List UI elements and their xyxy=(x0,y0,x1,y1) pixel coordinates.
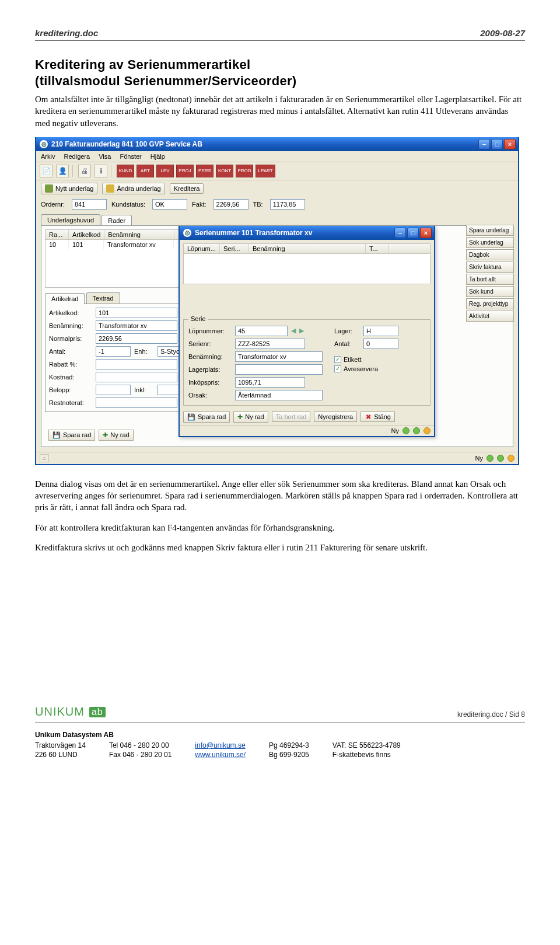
spara-rad-button[interactable]: 💾Spara rad xyxy=(48,430,95,441)
pg-h-seri[interactable]: Seri... xyxy=(220,244,249,253)
popup-minimize-button[interactable]: – xyxy=(394,228,406,238)
p-antal-field[interactable]: 0 xyxy=(363,339,398,349)
kostnad-label: Kostnad: xyxy=(49,374,90,381)
tab-underlagshuvud[interactable]: Underlagshuvud xyxy=(41,214,100,225)
header-rule xyxy=(35,40,525,41)
addr-line2: 226 60 LUND xyxy=(35,751,86,759)
spara-underlag-button[interactable]: Spara underlag xyxy=(466,225,514,236)
antal-field[interactable]: -1 xyxy=(96,346,131,357)
grid-c-ra: 10 xyxy=(46,240,69,249)
status-anchor-icon[interactable]: ⌂ xyxy=(40,454,49,462)
sok-kund-button[interactable]: Sök kund xyxy=(466,286,514,297)
pg-h-t[interactable]: T... xyxy=(366,244,389,253)
grid-row-1[interactable]: 10 101 Transformator xv xyxy=(46,240,196,249)
restnot-field[interactable] xyxy=(96,397,177,408)
sok-underlag-button[interactable]: Sök underlag xyxy=(466,237,514,248)
order-row: Ordernr: 841 Kundstatus: OK Fakt: 2269,5… xyxy=(36,197,518,212)
menu-arkiv[interactable]: Arkiv xyxy=(41,153,55,160)
grid-c-benamning: Transformator xv xyxy=(104,240,174,249)
serienr-field[interactable]: ZZZ-82525 xyxy=(235,339,305,349)
minimize-button[interactable]: – xyxy=(478,139,490,149)
rabatt-field[interactable] xyxy=(96,359,177,369)
avreservera-checkbox[interactable]: ✓Avreservera xyxy=(334,365,378,372)
p-spara-rad-button[interactable]: 💾Spara rad xyxy=(183,412,230,423)
tb-field[interactable]: 1173,85 xyxy=(270,199,305,210)
lopnummer-field[interactable]: 45 xyxy=(235,326,288,336)
main-titlebar[interactable]: ◎ 210 Fakturaunderlag 841 100 GVP Servic… xyxy=(36,137,518,151)
web-link[interactable]: www.unikum.se/ xyxy=(195,751,246,759)
email-link[interactable]: info@unikum.se xyxy=(195,741,246,749)
menu-fonster[interactable]: Fönster xyxy=(120,153,141,160)
close-button[interactable]: × xyxy=(504,139,516,149)
menu-redigera[interactable]: Redigera xyxy=(64,153,90,160)
p-ny-rad-button[interactable]: ✚Ny rad xyxy=(233,412,268,423)
lines-grid[interactable]: Ra... Artikelkod Benämning 10 101 Transf… xyxy=(45,229,197,288)
artikelkod-field[interactable]: 101 xyxy=(96,308,177,318)
ny-rad-button[interactable]: ✚Ny rad xyxy=(99,430,133,441)
benamning-field[interactable]: Transformator xv xyxy=(96,320,177,331)
doc-para-1: Om antalsfältet inte är tillgängligt (ne… xyxy=(35,93,525,129)
nytt-underlag-button[interactable]: Nytt underlag xyxy=(41,183,97,194)
pg-h-lopnum[interactable]: Löpnum... xyxy=(184,244,220,253)
badge-kund[interactable]: KUND xyxy=(117,165,134,177)
lager-field[interactable]: H xyxy=(363,326,398,336)
popup-close-button[interactable]: × xyxy=(420,228,432,238)
toolbar-icon-4[interactable]: ℹ xyxy=(94,165,107,177)
orsak-field[interactable]: Återlämnad xyxy=(235,390,323,400)
tab-textrad[interactable]: Textrad xyxy=(86,292,120,304)
maximize-button[interactable]: □ xyxy=(491,139,503,149)
andra-underlag-button[interactable]: Ändra underlag xyxy=(102,183,164,194)
tab-artikelrad[interactable]: Artikelrad xyxy=(45,293,85,304)
prev-icon[interactable]: ◀ xyxy=(291,327,296,334)
toolbar-icon-3[interactable]: 🖨 xyxy=(78,165,91,177)
lagerplats-field[interactable] xyxy=(235,364,323,375)
grid-h-artikelkod[interactable]: Artikelkod xyxy=(69,230,104,239)
fakt-field[interactable]: 2269,56 xyxy=(214,199,249,210)
badge-kont[interactable]: KONT xyxy=(216,165,233,177)
toolbar-icon-2[interactable]: 👤 xyxy=(56,165,69,177)
action-row: Nytt underlag Ändra underlag Kreditera xyxy=(36,180,518,197)
normalpris-field[interactable]: 2269,56 xyxy=(96,333,177,344)
p-benamning-field[interactable]: Transformator xv xyxy=(235,351,323,362)
doc-para-3: För att kontrollera kreditfakturan kan F… xyxy=(35,522,525,533)
p-stang-button[interactable]: ✖Stäng xyxy=(360,412,395,422)
pg-h-benamning[interactable]: Benämning xyxy=(249,244,366,253)
reg-projekttyp-button[interactable]: Reg. projekttyp xyxy=(466,298,514,309)
popup-titlebar[interactable]: ◎ Serienummer 101 Transformator xv – □ × xyxy=(180,226,434,240)
rabatt-label: Rabatt %: xyxy=(49,361,90,368)
tabort-allt-button[interactable]: Ta bort allt xyxy=(466,274,514,285)
badge-proj[interactable]: PROJ xyxy=(176,165,194,177)
grid-h-ra[interactable]: Ra... xyxy=(46,230,69,239)
inkopspris-field[interactable]: 1095,71 xyxy=(235,377,305,388)
popup-maximize-button[interactable]: □ xyxy=(407,228,419,238)
kundstatus-field[interactable]: OK xyxy=(152,199,187,210)
grid-h-benamning[interactable]: Benämning xyxy=(104,230,174,239)
m-status-dot-3 xyxy=(508,455,514,462)
side-actions: Spara underlag Sök underlag Dagbok Skriv… xyxy=(466,225,514,322)
badge-pers[interactable]: PERS xyxy=(196,165,214,177)
badge-lev[interactable]: LEV xyxy=(156,165,174,177)
menu-hjalp[interactable]: Hjälp xyxy=(150,153,165,160)
skriv-faktura-button[interactable]: Skriv faktura xyxy=(466,261,514,273)
toolbar-icon-1[interactable]: 📄 xyxy=(40,165,52,177)
badge-prod[interactable]: PROD xyxy=(236,165,253,177)
p-nyregistrera-button[interactable]: Nyregistrera xyxy=(314,412,357,422)
benamning-label: Benämning: xyxy=(49,322,90,329)
badge-lpart[interactable]: LPART xyxy=(256,165,275,177)
lager-label: Lager: xyxy=(334,327,358,334)
next-icon[interactable]: ▶ xyxy=(299,327,304,334)
dagbok-button[interactable]: Dagbok xyxy=(466,249,514,260)
tab-rader[interactable]: Rader xyxy=(102,215,132,226)
badge-art[interactable]: ART xyxy=(136,165,154,177)
menu-visa[interactable]: Visa xyxy=(99,153,111,160)
doc-title: Kreditering av Serienummerartikel xyxy=(35,57,525,72)
etikett-checkbox[interactable]: ✓Etikett xyxy=(334,356,362,363)
popup-grid[interactable]: Löpnum... Seri... Benämning T... xyxy=(183,243,430,284)
p-tabort-rad-button[interactable]: Ta bort rad xyxy=(272,412,311,422)
belopp-field[interactable] xyxy=(96,385,131,395)
kreditera-button[interactable]: Kreditera xyxy=(170,183,204,194)
popup-status-ny: Ny xyxy=(391,427,399,434)
kostnad-field[interactable] xyxy=(96,372,177,382)
ordernr-field[interactable]: 841 xyxy=(72,199,107,210)
aktivitet-button[interactable]: Aktivitet xyxy=(466,311,514,322)
